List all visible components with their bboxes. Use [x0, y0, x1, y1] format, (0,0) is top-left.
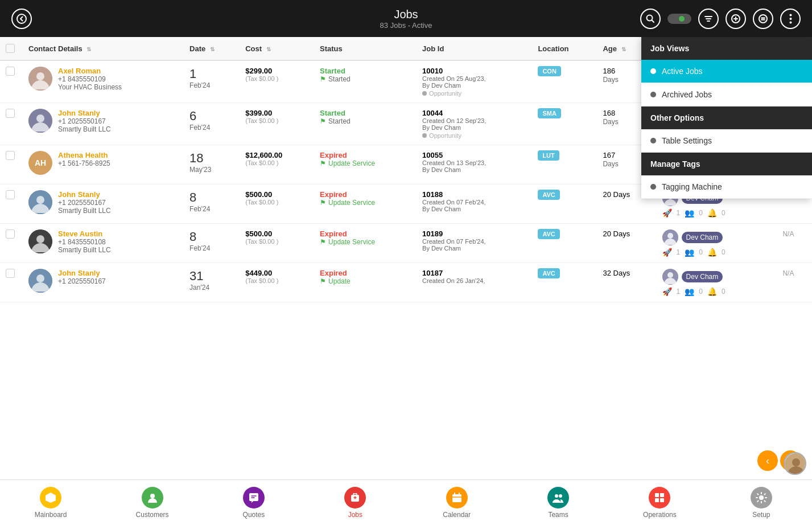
update-service-link[interactable]: Update Service [328, 199, 375, 207]
row-checkbox[interactable] [6, 229, 15, 239]
svg-point-33 [555, 494, 558, 498]
sort-age-icon[interactable]: ⇅ [621, 46, 626, 52]
search-bar[interactable] [667, 14, 691, 24]
update-service-link[interactable]: Update Service [328, 238, 375, 246]
user-avatar-corner[interactable] [784, 452, 806, 475]
date-day: 8 [189, 190, 234, 205]
nav-quotes[interactable]: Quotes [231, 487, 277, 519]
svg-rect-35 [655, 493, 659, 497]
more-options-button[interactable] [780, 9, 801, 29]
cost-cell: $449.00 (Tax $0.00 ) [240, 263, 314, 302]
nav-calendar[interactable]: Calendar [434, 487, 480, 519]
nav-operations[interactable]: Operations [637, 487, 682, 519]
sort-contact-icon[interactable]: ⇅ [86, 46, 91, 52]
location-cell: LUT [532, 145, 597, 184]
age-value: 168 [603, 109, 615, 117]
row-checkbox[interactable] [6, 109, 15, 118]
row-checkbox-cell[interactable] [0, 145, 23, 184]
sales-icons-row: 🚀 1 👥 0 🔔 0 [662, 248, 772, 257]
svg-rect-30 [249, 493, 258, 501]
contact-info-block: John Stanly +1 2025550167 [28, 269, 178, 293]
nav-mainboard[interactable]: Mainboard [28, 487, 73, 519]
active-jobs-item[interactable]: Active Jobs [641, 60, 812, 83]
location-badge: SMA [538, 108, 560, 118]
status-label: Expired [320, 229, 411, 238]
sales-avatar [662, 229, 678, 245]
cost-amount: $399.00 [245, 109, 308, 117]
opportunity-dot [422, 91, 427, 96]
job-by: By Dev Cham [422, 245, 526, 252]
date-day: 6 [189, 109, 234, 124]
sort-cost-icon[interactable]: ⇅ [266, 46, 271, 52]
na-value: N/A [782, 269, 794, 277]
date-day: 8 [189, 229, 234, 244]
contact-name[interactable]: John Stanly [58, 109, 111, 117]
row-checkbox-cell[interactable] [0, 263, 23, 302]
jobid-cell: 10010 Created On 25 Aug'23, By Dev Cham … [417, 60, 532, 103]
date-cell: 18 May'23 [184, 145, 240, 184]
contact-name[interactable]: Athena Health [58, 151, 110, 159]
cost-tax: (Tax $0.00 ) [245, 238, 308, 245]
row-checkbox[interactable] [6, 269, 15, 278]
prev-page-button[interactable]: ‹ [757, 450, 778, 471]
row-checkbox[interactable] [6, 190, 15, 199]
flag-icon: ⚑ [320, 159, 326, 167]
setup-icon [751, 487, 772, 508]
list-view-button[interactable] [753, 9, 773, 29]
row-checkbox-cell[interactable] [0, 224, 23, 263]
sales-count-3: 0 [722, 209, 726, 217]
flag-icon: ⚑ [320, 238, 326, 246]
table-settings-item[interactable]: Table Settings [641, 129, 812, 153]
update-service-link[interactable]: Update Service [328, 159, 375, 167]
contact-phone: +1 2025550167 [58, 117, 111, 125]
location-cell: AVC [532, 224, 597, 263]
location-badge: CON [538, 66, 560, 76]
contact-phone: +1 2025550167 [58, 199, 111, 207]
add-button[interactable] [726, 9, 746, 29]
svg-point-34 [559, 494, 562, 498]
job-id-value: 10010 [422, 67, 526, 75]
date-day: 18 [189, 151, 234, 166]
contact-name[interactable]: Steve Austin [58, 229, 111, 238]
update-service-link[interactable]: Update [328, 277, 351, 285]
contact-phone: +1 8435550108 [58, 238, 111, 246]
status-flag: ⚑ Started [320, 75, 411, 83]
row-checkbox[interactable] [6, 151, 15, 160]
sort-date-icon[interactable]: ⇅ [210, 46, 215, 52]
group-icon: 👥 [685, 208, 694, 218]
tagging-machine-item[interactable]: Tagging Machine [641, 175, 812, 199]
filter-button[interactable] [698, 9, 719, 29]
svg-point-5 [789, 18, 792, 20]
contact-name[interactable]: John Stanly [58, 269, 106, 277]
column-cost: Cost ⇅ [240, 37, 314, 60]
bell-icon: 🔔 [707, 248, 717, 257]
row-checkbox-cell[interactable] [0, 103, 23, 145]
status-label: Expired [320, 151, 411, 159]
age-value: 167 [603, 151, 615, 159]
cost-amount: $500.00 [245, 229, 308, 238]
contact-details: Steve Austin +1 8435550108 Smartly Built… [58, 229, 111, 254]
row-checkbox-cell[interactable] [0, 60, 23, 103]
sales-icons-row: 🚀 1 👥 0 🔔 0 [662, 287, 772, 296]
contact-name[interactable]: John Stanly [58, 190, 111, 199]
nav-customers[interactable]: Customers [130, 487, 175, 519]
contact-name[interactable]: Axel Roman [58, 67, 122, 75]
select-all-checkbox[interactable] [6, 44, 15, 53]
back-button[interactable] [11, 9, 32, 29]
row-checkbox-cell[interactable] [0, 184, 23, 224]
status-flag: ⚑ Update Service [320, 199, 411, 207]
nav-jobs[interactable]: Jobs [332, 487, 378, 519]
select-all-header[interactable] [0, 37, 23, 60]
quotes-icon [243, 487, 265, 508]
status-label: Started [320, 67, 411, 75]
job-id-value: 10188 [422, 190, 526, 199]
archived-jobs-item[interactable]: Archived Jobs [641, 83, 812, 106]
nav-teams[interactable]: Teams [535, 487, 581, 519]
date-month: Feb'24 [189, 244, 234, 252]
search-button[interactable] [640, 9, 661, 29]
contact-cell: AH Athena Health +1 561-756-8925 [23, 145, 184, 184]
row-checkbox[interactable] [6, 67, 15, 76]
sales-person-block: Dev Cham [662, 269, 772, 285]
nav-setup[interactable]: Setup [739, 487, 784, 519]
status-flag: ⚑ Update Service [320, 238, 411, 246]
